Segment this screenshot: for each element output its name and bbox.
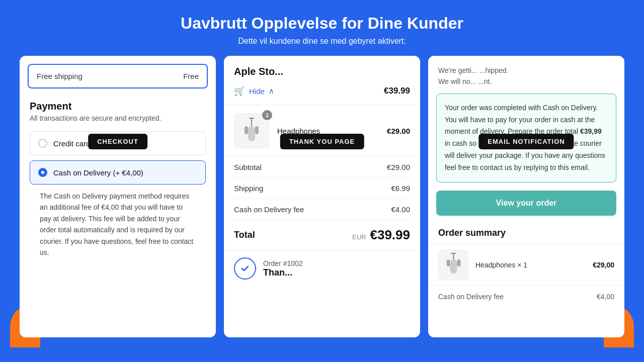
thankyou-badge: THANK YOU PAGE <box>280 134 364 149</box>
email-intro-text-2: ...hipped. <box>479 66 509 74</box>
payment-section: Payment All transactions are secure and … <box>20 88 216 270</box>
svg-rect-9 <box>457 259 460 266</box>
cod-radio[interactable] <box>38 168 47 177</box>
cart-total: €39.99 <box>384 86 410 96</box>
email-panel: EMAIL NOTIFICATION We're getti... ...hip… <box>428 56 624 337</box>
cod-fee-value: €4.00 <box>391 205 410 214</box>
cod-label: Cash on Delivery (+ €4,00) <box>53 168 143 177</box>
svg-rect-7 <box>450 259 457 274</box>
email-cod-fee-label: Cash on Delivery fee <box>438 293 504 301</box>
svg-rect-3 <box>245 126 248 134</box>
free-shipping-label: Free shipping <box>37 72 83 80</box>
cod-option[interactable]: Cash on Delivery (+ €4,00) <box>30 160 206 185</box>
email-intro-text-1: We're getti... <box>438 66 477 74</box>
credit-card-label: Credit card <box>53 139 90 148</box>
order-summary-title: Order summary <box>428 224 624 244</box>
email-product-info: Headphones × 1 <box>475 261 586 269</box>
cod-fee-label: Cash on Delivery fee <box>234 205 304 214</box>
total-currency: EUR <box>352 233 366 241</box>
store-name: Aple Sto... <box>224 56 420 77</box>
cod-fee-row: Cash on Delivery fee €4.00 <box>234 199 410 220</box>
payment-title: Payment <box>30 101 206 112</box>
order-title: Than... <box>263 267 303 278</box>
notice-amount: €39,99 <box>580 127 602 135</box>
order-number: Order #1002 <box>263 259 303 267</box>
cart-row: 🛒 Hide ∧ €39.99 <box>224 77 420 105</box>
total-value: €39.99 <box>370 227 410 243</box>
svg-rect-4 <box>255 126 259 134</box>
qty-badge: 1 <box>262 110 272 120</box>
checkout-badge: CHECKOUT <box>88 134 147 149</box>
order-confirm-row: Order #1002 Than... <box>224 250 420 287</box>
total-amount: EUR €39.99 <box>352 227 410 243</box>
email-product-image <box>438 250 468 280</box>
page-title: Uavbrutt Opplevelse for Dine Kunder <box>10 14 634 33</box>
summary-rows: Subtotal €29.00 Shipping €6.99 Cash on D… <box>224 157 420 220</box>
shipping-row: Shipping €6.99 <box>234 178 410 199</box>
free-shipping-bar: Free shipping Free <box>28 64 208 88</box>
order-info: Order #1002 Than... <box>263 259 303 278</box>
email-intro-text-3: We will no... ...nt. <box>438 77 492 85</box>
hide-link[interactable]: Hide <box>249 87 265 96</box>
cart-icon: 🛒 <box>234 85 245 97</box>
email-product-row: Headphones × 1 €29,00 <box>428 244 624 285</box>
email-product-price: €29,00 <box>593 261 614 269</box>
email-product-name: Headphones × 1 <box>475 261 586 269</box>
product-image-wrap: 1 <box>234 113 269 148</box>
subtotal-label: Subtotal <box>234 163 262 171</box>
email-cod-fee-value: €4,00 <box>597 293 614 301</box>
page-subtitle: Dette vil kundene dine se med gebyret ak… <box>10 37 634 46</box>
notice-text-before: Your order was completed with Cash on De… <box>445 104 598 136</box>
chevron-icon: ∧ <box>269 86 274 96</box>
shipping-value: €6.99 <box>391 184 410 193</box>
check-circle <box>234 257 256 280</box>
total-row: Total EUR €39.99 <box>224 220 420 250</box>
payment-subtitle: All transactions are secure and encrypte… <box>30 114 206 122</box>
checkout-panel: CHECKOUT Free shipping Free Payment All … <box>20 56 216 337</box>
thankyou-panel: THANK YOU PAGE Aple Sto... 🛒 Hide ∧ €39.… <box>224 56 420 337</box>
email-badge: EMAIL NOTIFICATION <box>478 134 574 149</box>
email-intro: We're getti... ...hipped. We will no... … <box>428 56 624 94</box>
svg-rect-8 <box>446 259 450 266</box>
cart-left: 🛒 Hide ∧ <box>234 85 274 97</box>
total-label: Total <box>234 230 255 240</box>
email-fee-row: Cash on Delivery fee €4,00 <box>428 285 624 308</box>
credit-card-radio[interactable] <box>38 139 47 148</box>
subtotal-value: €29.00 <box>387 163 410 171</box>
view-order-button[interactable]: View your order <box>436 191 616 216</box>
shipping-label: Shipping <box>234 184 263 193</box>
svg-rect-2 <box>248 126 255 141</box>
cod-description: The Cash on Delivery payment method requ… <box>40 191 196 258</box>
product-price: €29.00 <box>387 127 410 135</box>
subtotal-row: Subtotal €29.00 <box>234 157 410 178</box>
free-shipping-value: Free <box>183 72 199 80</box>
